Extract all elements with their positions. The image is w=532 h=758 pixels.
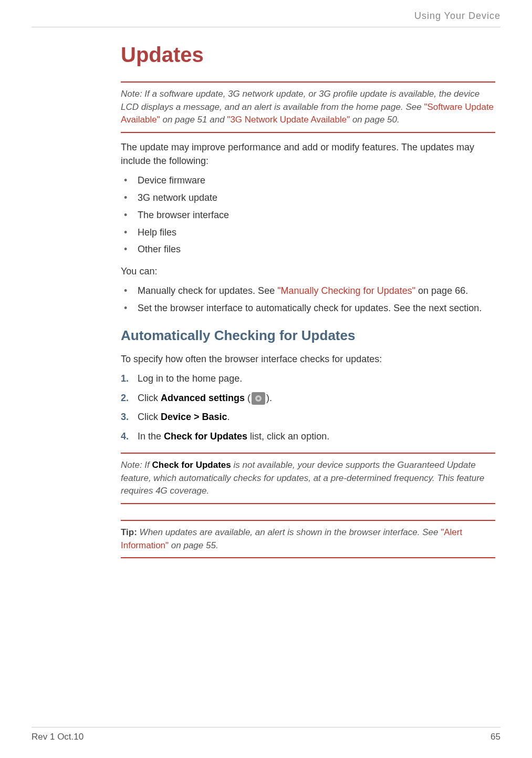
page-header-section: Using Your Device <box>32 11 500 27</box>
note2-text1: If <box>142 460 152 470</box>
list-item: Manually check for updates. See "Manuall… <box>121 283 495 299</box>
ui-device-basic: Device > Basic <box>161 412 227 422</box>
page-number: 65 <box>491 732 500 742</box>
steps-list: 1. Log in to the home page. 2. Click Adv… <box>121 371 495 444</box>
step-number: 1. <box>121 371 129 386</box>
step-text: list, click an option. <box>247 431 329 442</box>
step-text: ). <box>266 393 272 403</box>
header-divider <box>32 27 500 27</box>
tip-bottom-rule <box>121 557 495 558</box>
tip-text1: When updates are available, an alert is … <box>137 527 441 537</box>
note-block-2: Note: If Check for Updates is not availa… <box>121 457 495 500</box>
step-item: 4. In the Check for Updates list, click … <box>121 429 495 444</box>
step-number: 2. <box>121 391 129 406</box>
tip-text2: on page 55. <box>169 540 218 550</box>
ui-advanced-settings: Advanced settings <box>161 393 245 403</box>
gear-icon <box>252 392 265 405</box>
link-3g-network-update[interactable]: "3G Network Update Available" <box>227 115 350 125</box>
note-label: Note: <box>121 89 142 99</box>
list-item: Set the browser interface to automatical… <box>121 301 495 316</box>
revision-text: Rev 1 Oct.10 <box>32 732 84 742</box>
tip-top-rule <box>121 520 495 521</box>
step-number: 4. <box>121 429 129 444</box>
step-text: Click <box>138 412 161 422</box>
note2-top-rule <box>121 453 495 454</box>
note-top-rule <box>121 81 495 83</box>
list-item: The browser interface <box>121 208 495 223</box>
step-text: In the <box>138 431 164 442</box>
you-can-list: Manually check for updates. See "Manuall… <box>121 283 495 316</box>
item-text: Manually check for updates. See <box>138 285 277 296</box>
note1-text2: on page 51 and <box>160 115 227 125</box>
note-block-1: Note: If a software update, 3G network u… <box>121 86 495 129</box>
page-footer: Rev 1 Oct.10 65 <box>32 727 500 742</box>
list-item: Other files <box>121 242 495 257</box>
note-label: Note: <box>121 460 142 470</box>
step-item: 1. Log in to the home page. <box>121 371 495 386</box>
step-text: ( <box>245 393 251 403</box>
page-title: Updates <box>121 43 495 67</box>
ui-check-for-updates: Check for Updates <box>164 431 247 442</box>
step-number: 3. <box>121 409 129 425</box>
section-title: Using Your Device <box>414 11 500 21</box>
link-manually-checking[interactable]: "Manually Checking for Updates" <box>277 285 415 296</box>
list-item: Device firmware <box>121 173 495 188</box>
you-can-text: You can: <box>121 264 495 278</box>
tip-block: Tip: When updates are available, an aler… <box>121 524 495 554</box>
sub-intro-text: To specify how often the browser interfa… <box>121 352 495 366</box>
item-text: on page 66. <box>415 285 468 296</box>
step-text: Log in to the home page. <box>138 373 242 384</box>
step-text: Click <box>138 393 161 403</box>
spacer <box>121 507 495 517</box>
update-types-list: Device firmware 3G network update The br… <box>121 173 495 257</box>
step-item: 2. Click Advanced settings (). <box>121 391 495 406</box>
note1-text3: on page 50. <box>350 115 400 125</box>
step-item: 3. Click Device > Basic. <box>121 409 495 425</box>
tip-label: Tip: <box>121 527 137 537</box>
ui-check-for-updates-bold: Check for Updates <box>152 460 231 470</box>
footer-divider <box>32 727 500 728</box>
footer-row: Rev 1 Oct.10 65 <box>32 732 500 742</box>
list-item: Help files <box>121 225 495 240</box>
list-item: 3G network update <box>121 190 495 206</box>
note2-bottom-rule <box>121 503 495 504</box>
section-subtitle: Automatically Checking for Updates <box>121 327 495 344</box>
content-area: Updates Note: If a software update, 3G n… <box>121 43 495 558</box>
intro-text: The update may improve performance and a… <box>121 140 495 168</box>
step-text: . <box>227 412 230 422</box>
note-bottom-rule <box>121 132 495 133</box>
